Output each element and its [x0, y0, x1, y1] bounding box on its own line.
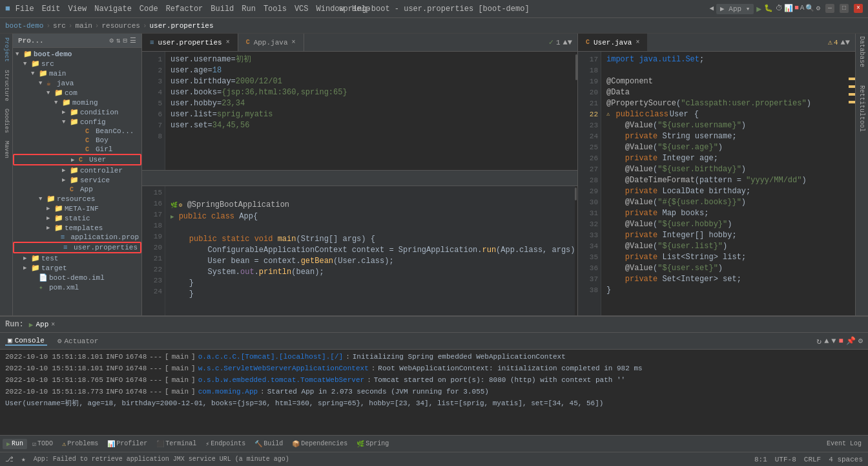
- tab-close-userprops[interactable]: ×: [226, 39, 230, 46]
- coverage-btn[interactable]: 📊: [784, 4, 793, 14]
- run-app-close[interactable]: ×: [51, 321, 55, 328]
- tree-resources[interactable]: ▼ 📁 resources: [13, 194, 141, 204]
- tree-iml[interactable]: ▶ 📄 boot-demo.iml: [13, 273, 141, 282]
- tree-userprops[interactable]: ▶ ≡ user.properties: [13, 242, 141, 253]
- structure-icon[interactable]: Structure: [2, 69, 11, 103]
- dependencies-btn[interactable]: 📦 Dependencies: [288, 439, 351, 449]
- menu-refactor[interactable]: Refactor: [166, 5, 203, 14]
- tree-test[interactable]: ▶ 📁 test: [13, 253, 141, 263]
- run-toolbar-btn[interactable]: ▶ Run: [3, 439, 27, 449]
- right-scroll-down[interactable]: ▼: [845, 38, 850, 47]
- tree-com[interactable]: ▼ 📁 com: [13, 88, 141, 98]
- spring-btn[interactable]: 🌿 Spring: [353, 439, 393, 449]
- tree-girl[interactable]: ▶ C Girl: [13, 145, 141, 154]
- tree-boy[interactable]: ▶ C Boy: [13, 136, 141, 145]
- favorites-icon[interactable]: ★: [21, 455, 26, 463]
- scroll-up-icon[interactable]: ▲: [563, 38, 568, 47]
- scroll-down-icon[interactable]: ▼: [568, 38, 572, 47]
- tab-user-java[interactable]: C User.java ×: [578, 34, 647, 51]
- status-encoding[interactable]: UTF-8: [775, 456, 796, 463]
- menu-file[interactable]: File: [16, 5, 34, 14]
- tab-app-java[interactable]: C App.java ×: [238, 34, 304, 51]
- menu-vcs[interactable]: VCS: [294, 5, 309, 14]
- menu-navigate[interactable]: Navigate: [94, 5, 132, 14]
- breadcrumb-src[interactable]: src: [53, 22, 66, 30]
- tree-config[interactable]: ▼ 📁 config: [13, 117, 141, 127]
- scroll-up-console[interactable]: ▲: [824, 337, 829, 346]
- tree-service[interactable]: ▶ 📁 service: [13, 175, 141, 185]
- max-btn[interactable]: □: [840, 4, 849, 13]
- goodies-icon[interactable]: Goodies: [2, 107, 11, 134]
- tree-main[interactable]: ▼ 📁 main: [13, 69, 141, 78]
- tree-boot-demo[interactable]: ▼ 📁 boot-demo: [13, 49, 141, 59]
- app-java-code[interactable]: 🌿⚙ @SpringBootApplication ▶ public class…: [165, 186, 575, 315]
- menu-build[interactable]: Build: [211, 5, 234, 14]
- actuator-tab[interactable]: ⚙ Actuator: [55, 337, 101, 345]
- tree-templates[interactable]: ▶ 📁 templates: [13, 223, 141, 233]
- database-icon[interactable]: Database: [857, 34, 867, 70]
- terminal-btn[interactable]: ⬛ Terminal: [152, 439, 200, 449]
- project-icon[interactable]: Project: [2, 36, 11, 63]
- stop-console-btn[interactable]: ■: [839, 337, 843, 346]
- tree-condition[interactable]: ▶ 📁 condition: [13, 107, 141, 117]
- tree-static[interactable]: ▶ 📁 static: [13, 213, 141, 223]
- build-btn[interactable]: 🔨 Build: [251, 439, 287, 449]
- restart-btn[interactable]: ↻: [816, 336, 822, 346]
- event-log-btn[interactable]: Event Log: [823, 439, 865, 449]
- menu-tools[interactable]: Tools: [264, 5, 287, 14]
- tree-user[interactable]: ▶ C User: [13, 154, 141, 165]
- status-linesep[interactable]: CRLF: [804, 456, 821, 463]
- tree-target[interactable]: ▶ 📁 target: [13, 263, 141, 273]
- search-btn[interactable]: 🔍: [805, 4, 814, 14]
- settings-panel-icon[interactable]: ☰: [130, 36, 136, 45]
- min-btn[interactable]: —: [825, 4, 834, 13]
- sort-icon[interactable]: ⇅: [116, 36, 121, 45]
- todo-btn[interactable]: ☑ TODO: [28, 439, 57, 449]
- breadcrumb-userprops[interactable]: user.properties: [150, 22, 214, 30]
- tree-src[interactable]: ▼ 📁 src: [13, 59, 141, 69]
- tab-user-properties[interactable]: ≡ user.properties ×: [142, 34, 238, 51]
- user-java-code[interactable]: import java.util.Set; @Component @Data @…: [601, 52, 849, 315]
- problems-btn[interactable]: ⚠ Problems: [58, 439, 102, 449]
- settings-btn[interactable]: ⚙: [816, 4, 820, 14]
- profiler-btn[interactable]: 📊 Profiler: [103, 439, 151, 449]
- endpoints-btn[interactable]: ⚡ Endpoints: [202, 439, 249, 449]
- breadcrumb-main[interactable]: main: [75, 22, 92, 30]
- app-scrollbar-thumb[interactable]: [575, 187, 577, 200]
- pin-btn[interactable]: 📌: [846, 336, 856, 346]
- run-app-tab[interactable]: ▶ App ×: [29, 321, 55, 329]
- translate-btn[interactable]: A: [800, 4, 805, 14]
- filter-icon[interactable]: ⊟: [123, 36, 127, 45]
- app-dropdown[interactable]: ▶ App ▾: [716, 4, 754, 14]
- console-tab[interactable]: ▣ Console: [5, 336, 47, 346]
- breadcrumb-bootdemo[interactable]: boot-demo: [5, 22, 43, 30]
- tree-moming[interactable]: ▼ 📁 moming: [13, 98, 141, 107]
- sync-icon[interactable]: ⚙: [109, 36, 114, 45]
- right-scroll-up[interactable]: ▲: [841, 38, 845, 47]
- tree-app[interactable]: ▶ C App: [13, 185, 141, 194]
- menu-edit[interactable]: Edit: [42, 5, 61, 14]
- close-btn[interactable]: ×: [854, 4, 863, 13]
- debug-btn[interactable]: 🐛: [764, 4, 773, 14]
- menu-code[interactable]: Code: [140, 5, 158, 14]
- tab-close-appjava[interactable]: ×: [291, 39, 295, 46]
- menu-run[interactable]: Run: [242, 5, 256, 14]
- menu-view[interactable]: View: [68, 5, 87, 14]
- tree-beancc[interactable]: ▶ C BeanCo...: [13, 127, 141, 136]
- maven-icon[interactable]: Maven: [2, 140, 11, 160]
- scroll-down-console[interactable]: ▼: [831, 337, 836, 346]
- breadcrumb-resources[interactable]: resources: [101, 22, 140, 30]
- settings-console-btn[interactable]: ⚙: [858, 336, 863, 346]
- tree-appprop[interactable]: ▶ ≡ application.prop: [13, 233, 141, 242]
- run-btn[interactable]: ▶: [756, 4, 761, 14]
- user-java-close[interactable]: ×: [636, 39, 639, 46]
- stop-btn[interactable]: ■: [794, 4, 799, 14]
- tree-controller[interactable]: ▶ 📁 controller: [13, 165, 141, 175]
- tree-java[interactable]: ▼ ☕ java: [13, 78, 141, 88]
- back-icon[interactable]: ◀: [709, 4, 714, 14]
- profile-btn[interactable]: ⏱: [776, 4, 783, 14]
- rettitultool-icon[interactable]: Rettitultool: [857, 83, 867, 134]
- status-indent[interactable]: 4 spaces: [829, 456, 863, 463]
- code-content-props[interactable]: user.username=初初 user.age=18 user.birthd…: [165, 52, 575, 170]
- tree-pom[interactable]: ▶ ✦ pom.xml: [13, 282, 141, 292]
